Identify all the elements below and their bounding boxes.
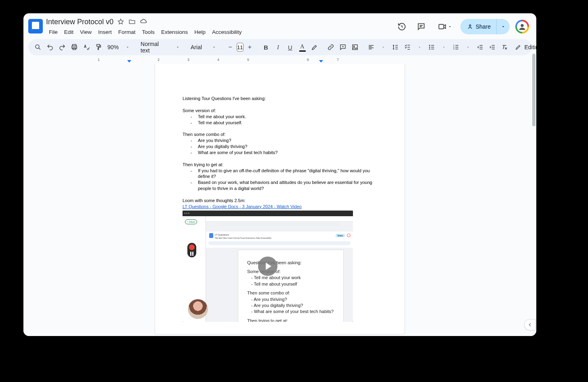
- pause-icon: [190, 252, 194, 256]
- svg-point-10: [429, 45, 430, 46]
- list-item[interactable]: What are some of your best tech habits?: [191, 150, 377, 156]
- titlebar: Interview Protocol v0 File Edit View Ins…: [23, 13, 536, 37]
- fontsize-input[interactable]: 11: [237, 43, 243, 52]
- menu-extensions[interactable]: Extensions: [158, 28, 191, 36]
- comments-icon[interactable]: [414, 20, 428, 33]
- font-select[interactable]: Arial: [188, 44, 208, 50]
- loom-doc-title: LT Questions: [215, 233, 229, 236]
- list-item[interactable]: Tell me about yourself.: [191, 120, 377, 126]
- line-spacing-icon[interactable]: [390, 42, 401, 53]
- play-icon[interactable]: [258, 257, 277, 276]
- loom-docs-logo-icon: [209, 233, 213, 238]
- zoom-select[interactable]: 90%: [105, 44, 121, 50]
- loom-os-menubar: [183, 211, 353, 216]
- outdent-icon[interactable]: [475, 42, 486, 53]
- history-icon[interactable]: [395, 20, 409, 33]
- fontsize-increase[interactable]: +: [244, 42, 256, 53]
- loom-avatar-icon: [347, 234, 351, 237]
- numbered-dropdown-icon[interactable]: [462, 42, 474, 53]
- svg-rect-8: [353, 45, 357, 50]
- indent-marker-right[interactable]: [319, 60, 323, 63]
- numbered-list-icon[interactable]: 123: [450, 42, 462, 53]
- loom-share-btn: Share: [336, 234, 345, 238]
- undo-icon[interactable]: [44, 42, 56, 53]
- menu-file[interactable]: File: [46, 28, 61, 36]
- doc-text[interactable]: Listening Tour Questions I've been askin…: [183, 96, 377, 102]
- align-icon[interactable]: [365, 42, 377, 53]
- star-icon[interactable]: [117, 18, 125, 26]
- indent-marker-left[interactable]: [127, 60, 131, 63]
- menu-format[interactable]: Format: [116, 28, 139, 36]
- docs-logo-icon[interactable]: [28, 19, 43, 33]
- redo-icon[interactable]: [57, 42, 68, 53]
- share-label: Share: [476, 23, 491, 30]
- spellcheck-icon[interactable]: [81, 42, 92, 53]
- meet-button[interactable]: [434, 22, 455, 31]
- underline-icon[interactable]: U: [285, 42, 296, 53]
- list-item[interactable]: Are you thriving?: [191, 138, 377, 144]
- presenter-bubble: [188, 299, 208, 319]
- doc-text[interactable]: Loom with some thoughts 2.5m:: [183, 198, 377, 204]
- menu-view[interactable]: View: [77, 28, 94, 36]
- checklist-icon[interactable]: [402, 42, 413, 53]
- page[interactable]: Listening Tour Questions I've been askin…: [155, 64, 405, 334]
- loom-link[interactable]: LT Questions - Google Docs - 3 January 2…: [183, 204, 302, 209]
- menu-help[interactable]: Help: [191, 28, 208, 36]
- clear-format-icon[interactable]: [499, 42, 510, 53]
- text-color-icon[interactable]: A: [297, 42, 308, 53]
- menu-accessibility[interactable]: Accessibility: [209, 28, 245, 36]
- svg-point-3: [36, 45, 39, 48]
- menu-tools[interactable]: Tools: [139, 28, 158, 36]
- doc-text[interactable]: Then some combo of:: [183, 132, 377, 138]
- share-button[interactable]: Share: [460, 23, 496, 30]
- insert-comment-icon[interactable]: [337, 42, 349, 53]
- loom-recorder-controls: [187, 243, 196, 257]
- doc-title[interactable]: Interview Protocol v0: [46, 18, 113, 26]
- document-canvas[interactable]: Listening Tour Questions I've been askin…: [23, 64, 536, 336]
- loom-browser: LT Questions File Edit View Insert Forma…: [206, 216, 353, 322]
- mode-select[interactable]: Editing: [512, 44, 537, 50]
- svg-point-2: [521, 24, 523, 27]
- search-menus-icon[interactable]: [32, 42, 44, 53]
- list-item[interactable]: Are you digitally thriving?: [191, 144, 377, 150]
- cloud-status-icon[interactable]: [139, 18, 147, 26]
- side-panel-toggle[interactable]: [524, 319, 536, 330]
- insert-image-icon[interactable]: [349, 42, 361, 53]
- fontsize-decrease[interactable]: −: [225, 42, 236, 53]
- account-avatar[interactable]: [515, 20, 529, 33]
- align-dropdown-icon[interactable]: [378, 42, 389, 53]
- doc-text[interactable]: Then trying to get at:: [183, 162, 377, 168]
- bullet-dropdown-icon[interactable]: [438, 42, 449, 53]
- style-dropdown-icon[interactable]: [172, 42, 183, 53]
- italic-icon[interactable]: I: [273, 42, 284, 53]
- paragraph-style-select[interactable]: Normal text: [138, 41, 171, 54]
- list-item[interactable]: Tell me about your work.: [191, 114, 377, 120]
- share-dropdown[interactable]: [496, 19, 510, 34]
- zoom-dropdown-icon[interactable]: [122, 42, 133, 53]
- bullet-list-icon[interactable]: [426, 42, 437, 53]
- indent-icon[interactable]: [487, 42, 498, 53]
- menu-edit[interactable]: Edit: [61, 28, 76, 36]
- list-item[interactable]: If you had to give an off-the-cuff defin…: [191, 168, 377, 180]
- doc-text[interactable]: Some version of:: [183, 108, 377, 114]
- loom-video-embed[interactable]: < Inbox LT Questions File Edit View Inse…: [183, 211, 353, 322]
- svg-text:3: 3: [453, 48, 454, 50]
- svg-rect-7: [97, 44, 100, 46]
- menu-insert[interactable]: Insert: [95, 28, 115, 36]
- scrollbar-thumb[interactable]: [532, 54, 536, 126]
- checklist-dropdown-icon[interactable]: [414, 42, 425, 53]
- move-icon[interactable]: [128, 18, 136, 26]
- insert-link-icon[interactable]: [325, 42, 336, 53]
- list-item[interactable]: Based on your work, what behaviors and a…: [191, 180, 377, 192]
- paint-format-icon[interactable]: [93, 42, 104, 53]
- svg-point-11: [429, 47, 430, 48]
- font-dropdown-icon[interactable]: [208, 42, 220, 53]
- print-icon[interactable]: [69, 42, 80, 53]
- ruler[interactable]: 1 2 3 4 5 6 7: [28, 58, 531, 64]
- record-icon: [189, 244, 195, 250]
- svg-point-9: [353, 46, 354, 47]
- vertical-scrollbar[interactable]: [532, 54, 536, 320]
- highlight-icon[interactable]: [309, 42, 320, 53]
- bold-icon[interactable]: B: [260, 42, 272, 53]
- share-button-group: Share: [460, 19, 510, 34]
